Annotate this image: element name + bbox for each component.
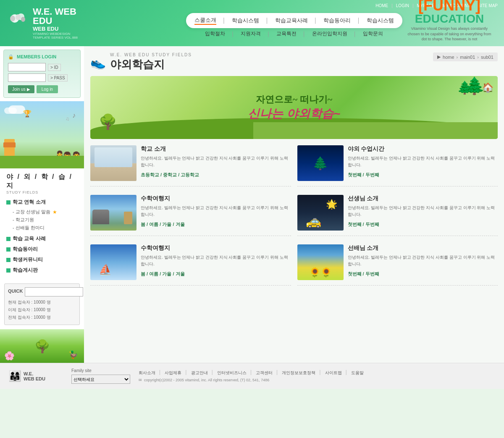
quick-search-box: QUICK search 현재 접속자 : 10000 명 이제 접속자 : 1… xyxy=(4,283,80,325)
footer-link-2[interactable]: 광고안내 xyxy=(191,370,208,376)
quick-input[interactable] xyxy=(25,287,83,296)
grid-item-desc-1: 안녕하세요. 빌레두는 언제나 밝고 건강한 지식 사회를 꿈꾸고 이루기 위해… xyxy=(348,155,498,168)
sidebar-bottom-illus: 🌳 🌸 🦆 xyxy=(0,329,84,363)
footer-family-select[interactable]: 선택하세요 xyxy=(71,375,130,384)
logo-icon xyxy=(6,11,29,35)
grid-item-title-1: 야외 수업시간 xyxy=(348,145,498,153)
grid-item-desc-2: 안녕하세요. 빌레두는 언제나 밝고 건강한 지식 사회를 꿈꾸고 이루기 위해… xyxy=(141,205,291,218)
grid-item-tags-0: 초등학교 / 중학교 / 고등학교 xyxy=(141,172,291,178)
grid-item-0: 학교 소개 안녕하세요. 빌레두는 언제나 밝고 건강한 지식 사회를 꿈꾸고 … xyxy=(90,145,291,186)
main-nav: 스쿨소개 │ 학습시스템 │ 학습교육사례 │ 학습동아리 │ 학습시스템 xyxy=(186,13,402,28)
login-id-field: > ID xyxy=(8,63,76,71)
grid-item-1: 🌲 야외 수업시간 안녕하세요. 빌레두는 언제나 밝고 건강한 지식 사회를 … xyxy=(297,145,498,186)
sidebar-sub-item-0-0[interactable]: - 교장 선생님 말씀 ★ xyxy=(6,208,78,216)
sub-nav-2[interactable]: 교육특전 xyxy=(276,30,297,37)
grid-item-desc-5: 안녕하세요. 빌레두는 언제나 밝고 건강한 지식 사회를 꿈꾸고 이루기 위해… xyxy=(348,254,498,268)
body-wrapper: 🔒 MEMBERS LOGIN > ID > PASS Join us ▶ Lo… xyxy=(0,46,504,363)
footer-link-1[interactable]: 사업제휴 xyxy=(165,370,181,376)
nav-sep-0: │ xyxy=(223,18,226,24)
breadcrumb-main01[interactable]: main01 xyxy=(460,55,475,60)
sidebar-section-2: 학습동아리 xyxy=(6,246,78,253)
sidebar-sub-item-0-2[interactable]: - 선배들 한마디 xyxy=(6,224,78,232)
grid-thumb-0[interactable] xyxy=(90,145,136,181)
quick-stats: 현재 접속자 : 10000 명 이제 접속자 : 10000 명 전체 접속자… xyxy=(8,299,76,321)
grid-item-content-0: 학교 소개 안녕하세요. 빌레두는 언제나 밝고 건강한 지식 사회를 꿈꾸고 … xyxy=(141,145,291,181)
login-buttons: Join us ▶ Log in xyxy=(8,85,76,93)
grid-item-title-3: 선생님 소개 xyxy=(348,195,498,202)
sidebar-section-3: 학생커뮤니티 xyxy=(6,256,78,263)
login-icon: 🔒 xyxy=(8,54,14,59)
sub-sep-3: │ xyxy=(354,31,357,37)
footer-logo-icon: 👨‍👩‍👧 xyxy=(8,370,21,382)
sub-nav-0[interactable]: 입학절차 xyxy=(205,30,225,37)
section-icon-1 xyxy=(6,237,10,241)
nav-home[interactable]: HOME xyxy=(375,3,388,8)
sidebar-section-4: 학습게시판 xyxy=(6,267,78,274)
login-button[interactable]: Log in xyxy=(37,85,58,93)
grid-thumb-2[interactable] xyxy=(90,195,136,231)
footer-logo-text: W.E. WEB EDU xyxy=(24,371,45,381)
grid-item-desc-4: 안녕하세요. 빌레두는 언제나 밝고 건강한 지식 사회를 꿈꾸고 이루기 위해… xyxy=(141,254,291,268)
footer-link-row: 회사소개 │ 사업제휴 │ 광고안내 │ 인터넷비즈니스 │ 고객센터 │ 개인… xyxy=(139,370,496,376)
sidebar-section-title-3[interactable]: 학생커뮤니티 xyxy=(6,256,78,263)
footer-link-4[interactable]: 고객센터 xyxy=(256,370,273,376)
footer-link-6[interactable]: 사이트맵 xyxy=(325,370,342,376)
quick-stat-2: 전체 접속자 : 10000 명 xyxy=(8,314,76,321)
join-button[interactable]: Join us ▶ xyxy=(8,85,34,93)
nav-sep-1: │ xyxy=(265,18,269,24)
logo-we: W.E. WEB EDU xyxy=(33,7,78,26)
grid-item-content-3: 선생님 소개 안녕하세요. 빌레두는 언제나 밝고 건강한 지식 사회를 꿈꾸고… xyxy=(348,195,498,231)
sub-nav-3[interactable]: 온라인입학지원 xyxy=(312,30,347,37)
footer-copyright: ✉ copyright(c)2002 - 2005 vitamind, inc.… xyxy=(139,378,496,382)
section-icon-0 xyxy=(6,200,10,205)
main-nav-item-1[interactable]: 학습시스템 xyxy=(232,17,259,24)
grid-item-content-5: 선배님 소개 안녕하세요. 빌레두는 언제나 밝고 건강한 지식 사회를 꿈꾸고… xyxy=(348,244,498,280)
breadcrumb-sub01[interactable]: sub01 xyxy=(481,55,494,60)
grid-item-content-1: 야외 수업시간 안녕하세요. 빌레두는 언제나 밝고 건강한 지식 사회를 꿈꾸… xyxy=(348,145,498,181)
footer-link-7[interactable]: 도움말 xyxy=(351,370,364,376)
left-panel: 🔒 MEMBERS LOGIN > ID > PASS Join us ▶ Lo… xyxy=(0,46,84,363)
sidebar-section-title-2[interactable]: 학습동아리 xyxy=(6,246,78,253)
login-id-input[interactable] xyxy=(8,63,46,71)
page-icon: 👟 xyxy=(90,55,106,70)
sidebar-section-title-4[interactable]: 학습게시판 xyxy=(6,267,78,274)
grid-thumb-5[interactable]: 🌻🌻 xyxy=(297,244,344,280)
page-header-left: 👟 W.E. WEB EDU STUDY FIELDS 야외학습지 xyxy=(90,52,192,72)
grid-item-title-4: 수학여행지 xyxy=(141,244,291,252)
banner-line2: 신나는 야외학습~ xyxy=(248,106,340,122)
arrow-icon: ▶ xyxy=(27,87,30,92)
sidebar-sub-item-0-1[interactable]: - 학교기원 xyxy=(6,216,78,224)
grid-thumb-4[interactable]: ⛵ xyxy=(90,244,136,280)
sidebar-section-title-0[interactable]: 학교 연혁 소개 xyxy=(6,199,78,206)
sub-sep-2: │ xyxy=(303,31,306,37)
sub-nav-4[interactable]: 입학문의 xyxy=(363,30,383,37)
grid-item-tags-1: 첫번째 / 두번째 xyxy=(348,172,498,178)
main-nav-item-0[interactable]: 스쿨소개 xyxy=(194,16,216,25)
footer-webedu: WEB EDU xyxy=(24,376,45,381)
grid-item-tags-3: 첫번째 / 두번째 xyxy=(348,221,498,228)
grid-item-title-5: 선배님 소개 xyxy=(348,244,498,252)
main-nav-item-3[interactable]: 학습동아리 xyxy=(323,17,351,24)
star-icon: ★ xyxy=(52,209,57,215)
svg-point-2 xyxy=(10,16,15,21)
breadcrumb-home[interactable]: home xyxy=(443,55,454,60)
sidebar-section-title-1[interactable]: 학습 교육 사례 xyxy=(6,235,78,242)
hero-text: WEB EDU! [FUNNY] EDUCATION Vitamino Visu… xyxy=(407,0,491,42)
footer-link-5[interactable]: 개인정보보호정책 xyxy=(282,370,315,376)
grid-thumb-1[interactable]: 🌲 xyxy=(297,145,344,181)
footer-link-3[interactable]: 인터넷비즈니스 xyxy=(217,370,247,376)
nav-sep-3: │ xyxy=(357,18,360,24)
sub-nav-1[interactable]: 지원자격 xyxy=(241,30,261,37)
grid-item-tags-5: 첫번째 / 두번째 xyxy=(348,271,498,277)
quick-stat-0: 현재 접속자 : 10000 명 xyxy=(8,299,76,306)
footer-link-0[interactable]: 회사소개 xyxy=(139,370,155,376)
content-grid: 학교 소개 안녕하세요. 빌레두는 언제나 밝고 건강한 지식 사회를 꿈꾸고 … xyxy=(90,145,498,288)
grid-item-desc-0: 안녕하세요. 빌레두는 언제나 밝고 건강한 지식 사회를 꿈꾸고 이루기 위해… xyxy=(141,155,291,168)
grid-thumb-3[interactable]: 🚕 🌟 xyxy=(297,195,344,231)
banner-tree-left: 🌳 xyxy=(99,113,117,131)
breadcrumb-arrow-icon: ▶ xyxy=(437,54,441,60)
footer: 👨‍👩‍👧 W.E. WEB EDU Family site 선택하세요 회사소… xyxy=(0,363,504,389)
main-nav-item-4[interactable]: 학습시스템 xyxy=(367,17,394,24)
login-pass-input[interactable] xyxy=(8,73,46,82)
main-nav-item-2[interactable]: 학습교육사례 xyxy=(275,17,308,24)
